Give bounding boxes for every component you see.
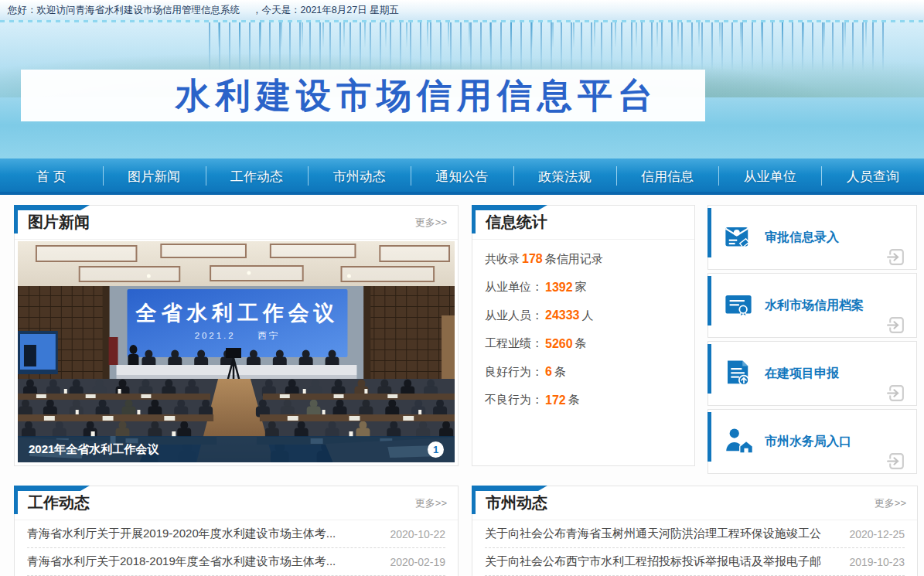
photo-news-image[interactable]: 全省水利工作会议 2021.2 西宁 bbox=[18, 241, 455, 462]
news-item-date: 2020-02-19 bbox=[390, 556, 445, 568]
city-news-panel: 市州动态 更多>> 关于向社会公布青海省玉树州通天河防洪治理工程环保设施竣工公 … bbox=[472, 486, 918, 576]
city-news-title: 市州动态 bbox=[486, 492, 547, 513]
welcome-text: 您好：欢迎访问青海省水利建设市场信用管理信息系统 bbox=[8, 4, 240, 17]
nav-item-city-news[interactable]: 市州动态 bbox=[308, 158, 411, 195]
credit-archive-icon bbox=[722, 289, 755, 322]
photo-news-title: 图片新闻 bbox=[28, 212, 90, 233]
news-item[interactable]: 青海省水利厅关于开展2019-2020年度水利建设市场主体考... 2020-1… bbox=[27, 520, 445, 548]
date-text: ，今天是：2021年8月27日 星期五 bbox=[252, 4, 399, 17]
work-news-more-link[interactable]: 更多>> bbox=[415, 496, 447, 510]
stats-title: 信息统计 bbox=[486, 212, 547, 233]
site-title: 水利建设市场信用信息平台 bbox=[176, 73, 658, 119]
work-news-title: 工作动态 bbox=[28, 492, 90, 513]
stat-value: 178 bbox=[522, 252, 543, 266]
work-news-panel: 工作动态 更多>> 青海省水利厅关于开展2019-2020年度水利建设市场主体考… bbox=[14, 486, 459, 576]
bureau-entrance-icon bbox=[722, 425, 755, 458]
photo-news-more-link[interactable]: 更多>> bbox=[415, 216, 447, 230]
link-label: 水利市场信用档案 bbox=[765, 298, 864, 314]
nav-item-home[interactable]: 首 页 bbox=[0, 158, 103, 195]
enter-arrow-icon bbox=[885, 247, 906, 268]
nav-item-policies[interactable]: 政策法规 bbox=[513, 158, 616, 195]
link-card-credit-archive[interactable]: 水利市场信用档案 bbox=[707, 273, 917, 338]
nav-item-enterprises[interactable]: 从业单位 bbox=[718, 158, 821, 195]
stat-enterprises: 从业单位：1392家 bbox=[485, 274, 682, 302]
project-declare-icon bbox=[722, 357, 755, 390]
stat-credit-records: 共收录178条信用记录 bbox=[485, 245, 682, 274]
news-item-title: 关于向社会公布青海省玉树州通天河防洪治理工程环保设施竣工公 bbox=[485, 527, 838, 541]
stats-list: 共收录178条信用记录 从业单位：1392家 从业人员：24333人 工程业绩：… bbox=[472, 240, 694, 414]
nav-item-credit-info[interactable]: 信用信息 bbox=[616, 158, 719, 195]
slider-page-indicator[interactable]: 1 bbox=[428, 441, 444, 458]
top-bar: 您好：欢迎访问青海省水利建设市场信用管理信息系统 ，今天是：2021年8月27日… bbox=[0, 0, 924, 20]
photo-news-panel: 图片新闻 更多>> bbox=[14, 205, 459, 466]
city-news-more-link[interactable]: 更多>> bbox=[875, 496, 906, 510]
stat-value: 6 bbox=[545, 365, 552, 379]
link-card-bureau-entrance[interactable]: 市州水务局入口 bbox=[707, 409, 917, 474]
main-nav: 首 页 图片新闻 工作动态 市州动态 通知公告 政策法规 信用信息 从业单位 人… bbox=[0, 158, 924, 195]
stat-value: 1392 bbox=[545, 281, 573, 295]
link-card-project-declare[interactable]: 在建项目申报 bbox=[707, 341, 917, 406]
work-news-list: 青海省水利厅关于开展2019-2020年度水利建设市场主体考... 2020-1… bbox=[15, 520, 458, 576]
banner-title-band: 水利建设市场信用信息平台 bbox=[21, 70, 705, 121]
conference-photo-illustration: 全省水利工作会议 2021.2 西宁 bbox=[18, 241, 455, 462]
news-item-date: 2019-10-23 bbox=[849, 556, 905, 568]
stats-panel: 信息统计 共收录178条信用记录 从业单位：1392家 从业人员：24333人 … bbox=[472, 205, 695, 466]
news-item[interactable]: 关于向社会公布青海省玉树州通天河防洪治理工程环保设施竣工公 2020-12-25 bbox=[485, 520, 905, 548]
photo-news-header: 图片新闻 更多>> bbox=[15, 206, 458, 240]
svg-text:全省水利工作会议: 全省水利工作会议 bbox=[135, 302, 339, 325]
city-news-list: 关于向社会公布青海省玉树州通天河防洪治理工程环保设施竣工公 2020-12-25… bbox=[472, 520, 917, 576]
svg-text:2021.2 西宁: 2021.2 西宁 bbox=[195, 331, 281, 340]
news-item-title: 青海省水利厅关于2018-2019年度全省水利建设市场主体考... bbox=[27, 554, 379, 569]
enter-arrow-icon bbox=[885, 451, 906, 472]
stat-value: 5260 bbox=[545, 337, 573, 351]
stat-bad-behavior: 不良行为：172条 bbox=[485, 387, 682, 415]
nav-item-photo-news[interactable]: 图片新闻 bbox=[103, 158, 206, 195]
stat-value: 24333 bbox=[545, 308, 580, 322]
banner-bars-decoration-2 bbox=[218, 20, 883, 48]
link-label: 市州水务局入口 bbox=[765, 434, 851, 450]
work-news-header: 工作动态 更多>> bbox=[15, 486, 458, 520]
approval-entry-icon bbox=[722, 221, 755, 254]
news-item[interactable]: 青海省水利厅关于2018-2019年度全省水利建设市场主体考... 2020-0… bbox=[27, 548, 445, 576]
link-card-approval-entry[interactable]: 审批信息录入 bbox=[707, 205, 917, 270]
nav-item-notices[interactable]: 通知公告 bbox=[411, 158, 513, 195]
quick-links-panel: 审批信息录入 水利市场信用档案 bbox=[707, 205, 917, 477]
stat-value: 172 bbox=[545, 394, 566, 407]
enter-arrow-icon bbox=[885, 315, 906, 336]
news-item-title: 青海省水利厅关于开展2019-2020年度水利建设市场主体考... bbox=[27, 527, 379, 541]
nav-item-personnel-query[interactable]: 人员查询 bbox=[821, 158, 924, 195]
enter-arrow-icon bbox=[885, 383, 906, 404]
stats-header: 信息统计 bbox=[472, 206, 694, 240]
stat-project-achievements: 工程业绩：5260条 bbox=[485, 330, 682, 359]
nav-item-work-news[interactable]: 工作动态 bbox=[206, 158, 309, 195]
banner-dotted-edge bbox=[0, 20, 924, 22]
stat-personnel: 从业人员：24333人 bbox=[485, 302, 682, 330]
stat-good-behavior: 良好行为：6条 bbox=[485, 358, 682, 387]
content-area: 图片新闻 更多>> bbox=[0, 195, 924, 576]
link-label: 审批信息录入 bbox=[765, 230, 839, 246]
news-item[interactable]: 关于向社会公布西宁市水利工程招投标投诉举报电话及举报电子邮 2019-10-23 bbox=[485, 548, 905, 576]
photo-caption-text: 2021年全省水利工作会议 bbox=[29, 442, 159, 457]
banner: 水利建设市场信用信息平台 bbox=[0, 20, 924, 158]
photo-caption-bar: 2021年全省水利工作会议 1 bbox=[18, 436, 455, 462]
news-item-date: 2020-10-22 bbox=[390, 528, 445, 540]
news-item-title: 关于向社会公布西宁市水利工程招投标投诉举报电话及举报电子邮 bbox=[485, 554, 838, 569]
link-label: 在建项目申报 bbox=[765, 366, 839, 382]
city-news-header: 市州动态 更多>> bbox=[472, 486, 917, 520]
news-item-date: 2020-12-25 bbox=[849, 528, 905, 540]
